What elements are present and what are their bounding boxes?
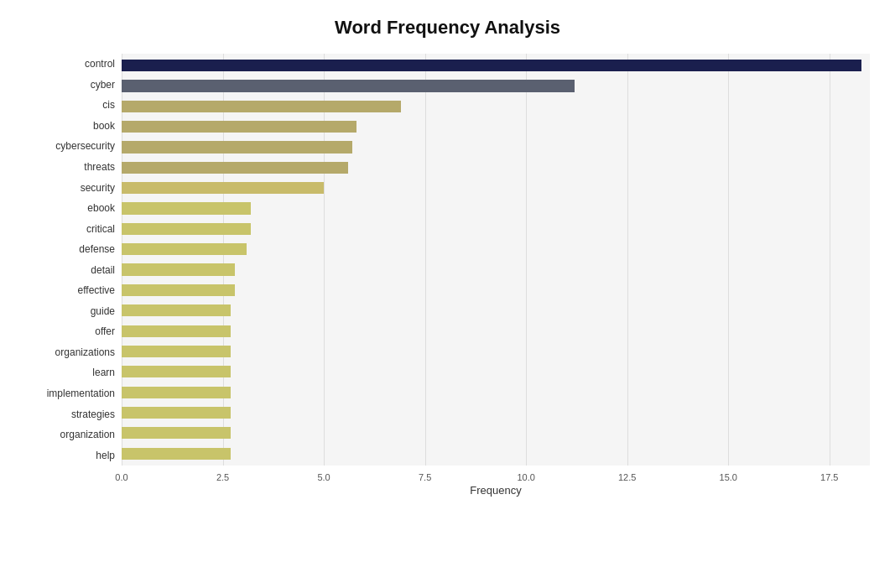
bar-control — [122, 60, 861, 71]
y-label-threats: threats — [84, 157, 115, 178]
y-label-control: control — [85, 54, 115, 75]
bar-book — [122, 121, 356, 133]
bar-row-control — [122, 55, 870, 75]
y-label-ebook: ebook — [87, 198, 115, 219]
bar-row-critical — [122, 219, 870, 239]
y-label-learn: learn — [92, 362, 115, 383]
bar-ebook — [122, 202, 251, 214]
bar-row-detail — [122, 259, 870, 279]
bar-guide — [122, 304, 231, 316]
bar-security — [122, 182, 324, 194]
x-tick: 15.0 — [720, 472, 737, 482]
x-tick: 10.0 — [517, 472, 534, 482]
bar-cis — [122, 101, 401, 112]
y-label-strategies: strategies — [71, 403, 115, 424]
x-tick: 5.0 — [317, 472, 330, 482]
bar-row-effective — [122, 280, 870, 300]
x-tick: 0.0 — [115, 472, 127, 482]
x-tick: 17.5 — [820, 472, 838, 482]
bar-row-cis — [122, 96, 870, 117]
bar-learn — [122, 366, 231, 377]
bar-threats — [122, 162, 348, 174]
bar-row-strategies — [122, 403, 870, 423]
bars-section — [122, 54, 870, 466]
x-tick: 7.5 — [419, 472, 431, 482]
bar-organizations — [122, 346, 231, 357]
bar-offer — [122, 325, 231, 337]
y-label-detail: detail — [91, 259, 115, 280]
bar-help — [122, 448, 231, 460]
bar-row-ebook — [122, 198, 870, 218]
y-label-guide: guide — [91, 301, 115, 322]
bar-organization — [122, 427, 231, 439]
bar-cybersecurity — [122, 141, 352, 153]
chart-container: Word Frequency Analysis controlcybercisb… — [0, 0, 895, 588]
y-label-implementation: implementation — [47, 383, 115, 404]
bar-critical — [122, 223, 251, 235]
y-label-offer: offer — [95, 321, 115, 342]
bar-row-book — [122, 117, 870, 137]
bar-effective — [122, 284, 235, 296]
y-label-organization: organization — [60, 424, 115, 445]
bar-defense — [122, 243, 247, 255]
y-axis-labels: controlcybercisbookcybersecuritythreatss… — [25, 54, 122, 466]
bar-cyber — [122, 80, 575, 91]
y-label-book: book — [93, 116, 115, 137]
bar-row-organization — [122, 423, 870, 443]
bar-row-learn — [122, 362, 870, 382]
bar-row-guide — [122, 300, 870, 320]
y-label-cybersecurity: cybersecurity — [55, 136, 115, 157]
y-label-effective: effective — [78, 280, 115, 301]
bar-row-cyber — [122, 75, 870, 96]
y-label-help: help — [96, 445, 115, 466]
y-label-security: security — [81, 177, 115, 198]
bar-row-organizations — [122, 341, 870, 362]
y-label-cis: cis — [102, 95, 115, 116]
plot-area — [122, 54, 870, 466]
bar-row-offer — [122, 320, 870, 341]
y-label-organizations: organizations — [55, 342, 115, 363]
bar-row-help — [122, 444, 870, 464]
x-tick: 12.5 — [618, 472, 636, 482]
bar-implementation — [122, 387, 231, 398]
bar-row-implementation — [122, 382, 870, 403]
x-tick: 2.5 — [216, 472, 229, 482]
x-axis-label: Frequency — [122, 484, 870, 497]
y-label-critical: critical — [86, 218, 115, 239]
bar-row-security — [122, 178, 870, 198]
chart-title: Word Frequency Analysis — [25, 17, 870, 39]
bar-row-threats — [122, 158, 870, 178]
bar-detail — [122, 263, 235, 275]
bar-strategies — [122, 407, 231, 419]
bar-row-defense — [122, 239, 870, 259]
y-label-defense: defense — [79, 239, 115, 260]
bar-row-cybersecurity — [122, 137, 870, 157]
y-label-cyber: cyber — [91, 75, 115, 96]
